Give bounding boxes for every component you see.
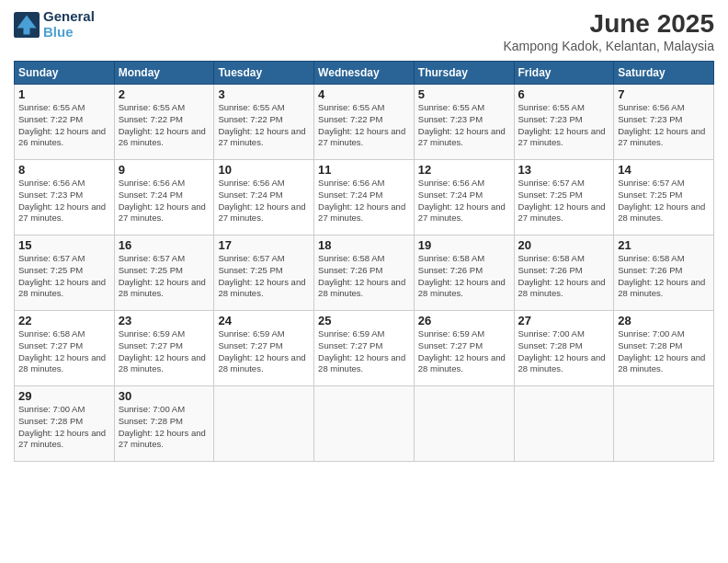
- location: Kampong Kadok, Kelantan, Malaysia: [503, 39, 714, 53]
- logo-icon: [14, 12, 40, 38]
- table-row: 21 Sunrise: 6:58 AMSunset: 7:26 PMDaylig…: [614, 236, 714, 311]
- calendar-table: Sunday Monday Tuesday Wednesday Thursday…: [14, 61, 714, 462]
- table-row: 16 Sunrise: 6:57 AMSunset: 7:25 PMDaylig…: [114, 236, 214, 311]
- calendar-body: 1 Sunrise: 6:55 AMSunset: 7:22 PMDayligh…: [15, 85, 714, 462]
- table-row: 9 Sunrise: 6:56 AMSunset: 7:24 PMDayligh…: [114, 160, 214, 236]
- table-row: 13 Sunrise: 6:57 AMSunset: 7:25 PMDaylig…: [514, 160, 614, 236]
- table-row: 14 Sunrise: 6:57 AMSunset: 7:25 PMDaylig…: [614, 160, 714, 236]
- table-row: 24 Sunrise: 6:59 AMSunset: 7:27 PMDaylig…: [214, 311, 314, 386]
- table-row: 2 Sunrise: 6:55 AMSunset: 7:22 PMDayligh…: [114, 85, 214, 160]
- col-monday: Monday: [114, 62, 214, 85]
- header-row: Sunday Monday Tuesday Wednesday Thursday…: [15, 62, 714, 85]
- col-friday: Friday: [514, 62, 614, 85]
- table-row: 20 Sunrise: 6:58 AMSunset: 7:26 PMDaylig…: [514, 236, 614, 311]
- table-row: 10 Sunrise: 6:56 AMSunset: 7:24 PMDaylig…: [214, 160, 314, 236]
- table-row: 5 Sunrise: 6:55 AMSunset: 7:23 PMDayligh…: [414, 85, 514, 160]
- table-row: 28 Sunrise: 7:00 AMSunset: 7:28 PMDaylig…: [614, 311, 714, 386]
- col-thursday: Thursday: [414, 62, 514, 85]
- title-area: June 2025 Kampong Kadok, Kelantan, Malay…: [503, 9, 714, 53]
- table-row: 11 Sunrise: 6:56 AMSunset: 7:24 PMDaylig…: [314, 160, 415, 236]
- table-row: 23 Sunrise: 6:59 AMSunset: 7:27 PMDaylig…: [114, 311, 214, 386]
- table-row: [614, 386, 714, 462]
- col-tuesday: Tuesday: [214, 62, 314, 85]
- calendar-page: General Blue June 2025 Kampong Kadok, Ke…: [0, 0, 728, 563]
- table-row: 15 Sunrise: 6:57 AMSunset: 7:25 PMDaylig…: [15, 236, 115, 311]
- table-row: 3 Sunrise: 6:55 AMSunset: 7:22 PMDayligh…: [214, 85, 314, 160]
- col-saturday: Saturday: [614, 62, 714, 85]
- table-row: 27 Sunrise: 7:00 AMSunset: 7:28 PMDaylig…: [514, 311, 614, 386]
- table-row: 25 Sunrise: 6:59 AMSunset: 7:27 PMDaylig…: [314, 311, 415, 386]
- table-row: 7 Sunrise: 6:56 AMSunset: 7:23 PMDayligh…: [614, 85, 714, 160]
- col-sunday: Sunday: [15, 62, 115, 85]
- table-row: 22 Sunrise: 6:58 AMSunset: 7:27 PMDaylig…: [15, 311, 115, 386]
- table-row: 19 Sunrise: 6:58 AMSunset: 7:26 PMDaylig…: [414, 236, 514, 311]
- table-row: 26 Sunrise: 6:59 AMSunset: 7:27 PMDaylig…: [414, 311, 514, 386]
- table-row: [514, 386, 614, 462]
- month-title: June 2025: [503, 9, 714, 39]
- table-row: 17 Sunrise: 6:57 AMSunset: 7:25 PMDaylig…: [214, 236, 314, 311]
- table-row: [214, 386, 314, 462]
- col-wednesday: Wednesday: [314, 62, 415, 85]
- table-row: 4 Sunrise: 6:55 AMSunset: 7:22 PMDayligh…: [314, 85, 415, 160]
- table-row: 6 Sunrise: 6:55 AMSunset: 7:23 PMDayligh…: [514, 85, 614, 160]
- table-row: 1 Sunrise: 6:55 AMSunset: 7:22 PMDayligh…: [15, 85, 115, 160]
- page-header: General Blue June 2025 Kampong Kadok, Ke…: [14, 9, 714, 53]
- table-row: 8 Sunrise: 6:56 AMSunset: 7:23 PMDayligh…: [15, 160, 115, 236]
- table-row: 12 Sunrise: 6:56 AMSunset: 7:24 PMDaylig…: [414, 160, 514, 236]
- table-row: 18 Sunrise: 6:58 AMSunset: 7:26 PMDaylig…: [314, 236, 415, 311]
- table-row: 29 Sunrise: 7:00 AMSunset: 7:28 PMDaylig…: [15, 386, 115, 462]
- table-row: [314, 386, 415, 462]
- table-row: [414, 386, 514, 462]
- logo: General Blue: [14, 9, 95, 40]
- table-row: 30 Sunrise: 7:00 AMSunset: 7:28 PMDaylig…: [114, 386, 214, 462]
- calendar-header: Sunday Monday Tuesday Wednesday Thursday…: [15, 62, 714, 85]
- logo-text: General Blue: [43, 9, 95, 40]
